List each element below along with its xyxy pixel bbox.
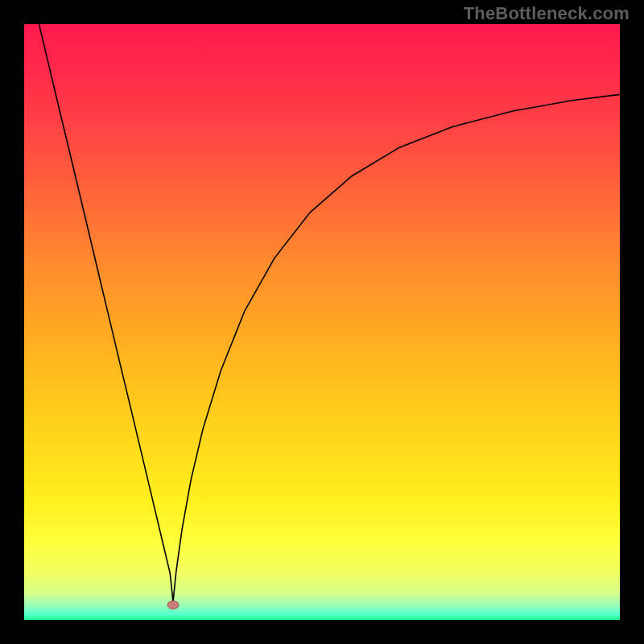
gradient-background bbox=[24, 24, 620, 620]
chart-frame: TheBottleneck.com bbox=[0, 0, 644, 644]
bottleneck-chart bbox=[24, 24, 620, 620]
watermark-label: TheBottleneck.com bbox=[464, 3, 630, 24]
plot-area bbox=[24, 24, 620, 620]
optimal-point-marker bbox=[167, 601, 179, 609]
